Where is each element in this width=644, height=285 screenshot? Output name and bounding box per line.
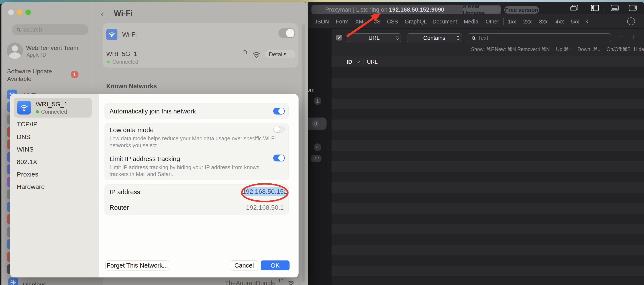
window-zoom-button[interactable]: [26, 10, 31, 15]
shortcut-new: New: ⌘N: [495, 47, 516, 52]
tab-other[interactable]: Other: [486, 19, 499, 25]
wifi-details-dialog: WRI_5G_1 Connected TCP/IP DNS WINS 802.1…: [10, 94, 298, 277]
filter-tabs-bar: JSON Form XML JS CSS GraphQL Document Me…: [308, 14, 644, 29]
wifi-toggle[interactable]: [278, 28, 295, 38]
sidebar-item-software-update[interactable]: Software Update Available: [7, 68, 53, 83]
sidebar-count-badge: 1: [314, 97, 321, 105]
tab-css[interactable]: CSS: [387, 19, 398, 25]
avatar[interactable]: [7, 42, 23, 59]
filter-row: ✓ URL Contains − + Show: ⌘F New: ⌘N Remo…: [331, 29, 644, 57]
auto-join-card: Automatically join this network: [104, 103, 289, 119]
column-header-url[interactable]: URL: [367, 59, 378, 65]
scrollbar[interactable]: [302, 24, 305, 282]
titlebar-separator: [622, 8, 622, 14]
filter-field-select[interactable]: URL: [347, 33, 401, 42]
tabs-collapse-chevron-icon[interactable]: ‹: [586, 17, 588, 25]
add-filter-button[interactable]: +: [632, 32, 636, 42]
shortcut-hide: Hide: [634, 47, 644, 52]
router-label: Router: [110, 204, 129, 211]
limit-ip-toggle[interactable]: [273, 155, 285, 161]
selected-network-name: WRI_5G_1: [36, 101, 68, 108]
displays-sidebar-icon[interactable]: [8, 277, 18, 285]
tab-graphql[interactable]: GraphQL: [405, 19, 427, 25]
tab-js[interactable]: JS: [374, 19, 380, 25]
window-minimize-button[interactable]: [17, 10, 22, 15]
filter-text-field[interactable]: [468, 33, 611, 42]
known-network-name[interactable]: TheAnuragDongle: [225, 279, 276, 285]
toggle-right-sidebar-icon[interactable]: [628, 4, 638, 12]
sidebar-item-displays[interactable]: Displays: [22, 281, 46, 285]
dialog-nav-hardware[interactable]: Hardware: [17, 183, 45, 190]
more-filters-icon[interactable]: ···: [627, 18, 635, 25]
updates-badge[interactable]: 3 New Updates: [463, 6, 501, 14]
tab-form[interactable]: Form: [336, 19, 348, 25]
tab-document[interactable]: Document: [432, 19, 457, 25]
remove-filter-button[interactable]: −: [619, 32, 624, 42]
search-icon: [472, 36, 475, 40]
low-data-mode-toggle[interactable]: [273, 126, 285, 133]
dialog-sidebar-selected-network[interactable]: WRI_5G_1 Connected: [14, 98, 92, 118]
sidebar-content-divider[interactable]: [331, 29, 332, 285]
settings-search-input[interactable]: [23, 26, 79, 33]
connected-status-label: Connected: [41, 109, 67, 115]
filter-operator-select[interactable]: Contains: [407, 33, 462, 42]
tab-4xx[interactable]: 4xx: [556, 19, 564, 25]
known-networks-card-partial: TheAnuragDongle: [102, 276, 298, 285]
apple-id-name[interactable]: WebReinvent Team: [26, 45, 78, 52]
free-version-badge[interactable]: Free version: [504, 6, 539, 14]
sort-chevron-down-icon[interactable]: [357, 60, 360, 63]
dialog-nav-dns[interactable]: DNS: [17, 133, 30, 141]
titlebar-separator: [604, 8, 604, 14]
dialog-nav-8021x[interactable]: 802.1X: [17, 158, 37, 166]
apple-id-subtitle: Apple ID: [26, 52, 46, 58]
toggle-left-sidebar-icon[interactable]: [590, 4, 600, 12]
proxyman-sidebar[interactable]: om 1 0 4 22: [308, 29, 331, 285]
shortcut-remove: Remove:⇧⌘N: [517, 47, 550, 52]
wifi-main-card: Wi-Fi WRI_5G_1 Connected Details...: [102, 23, 298, 68]
dialog-nav-proxies[interactable]: Proxies: [17, 171, 38, 178]
toggle-bottom-panel-icon[interactable]: [610, 4, 620, 12]
settings-search-field[interactable]: [12, 24, 88, 35]
details-button[interactable]: Details...: [265, 50, 295, 59]
sidebar-selected-row[interactable]: 0: [308, 118, 326, 130]
traffic-table-rows[interactable]: [332, 67, 644, 285]
column-header-id[interactable]: ID: [347, 59, 352, 65]
wifi-icon: [106, 29, 118, 40]
tab-1xx[interactable]: 1xx: [508, 19, 516, 25]
shortcut-down: Down: ⌘↓: [578, 47, 600, 52]
window-close-button[interactable]: [8, 10, 14, 15]
card-divider: [110, 151, 284, 151]
tab-media[interactable]: Media: [464, 19, 478, 25]
proxyman-title-prefix: Proxyman | Listening on: [325, 7, 389, 13]
data-mode-card: Low data mode Low data mode helps reduce…: [104, 123, 289, 180]
shortcut-show: Show: ⌘F: [471, 47, 494, 52]
ip-address-value[interactable]: 192.168.50.152: [244, 187, 286, 196]
wifi-signal-icon: [252, 50, 261, 59]
dialog-nav-wins[interactable]: WINS: [17, 146, 34, 153]
cancel-button[interactable]: Cancel: [230, 260, 258, 270]
ok-button[interactable]: OK: [261, 260, 290, 270]
column-separator[interactable]: [364, 59, 364, 65]
wifi-signal-icon: [286, 279, 295, 285]
proxyman-window: Proxyman | Listening on 192.168.50.152:9…: [308, 2, 644, 285]
tab-xml[interactable]: XML: [355, 19, 366, 25]
forget-network-button[interactable]: Forget This Network...: [106, 260, 169, 270]
card-divider: [110, 200, 284, 200]
ip-card: IP address 192.168.50.152 Router 192.168…: [104, 184, 289, 215]
low-data-desc-line1: Low data mode helps reduce your Mac data…: [110, 135, 276, 142]
tab-3xx[interactable]: 3xx: [539, 19, 548, 25]
dialog-nav-tcpip[interactable]: TCP/IP: [17, 121, 38, 128]
tab-json[interactable]: JSON: [315, 19, 329, 25]
proxyman-titlebar[interactable]: Proxyman | Listening on 192.168.50.152:9…: [308, 2, 644, 14]
new-window-icon[interactable]: [570, 4, 579, 12]
filter-enabled-checkbox[interactable]: ✓: [336, 35, 342, 41]
back-chevron-icon[interactable]: ‹: [101, 9, 104, 19]
connected-network-name: WRI_5G_1: [106, 50, 137, 58]
proxyman-listening-address: 192.168.50.152:9090: [389, 7, 444, 13]
auto-join-toggle[interactable]: [273, 108, 285, 115]
tab-5xx[interactable]: 5xx: [571, 19, 579, 25]
tab-2xx[interactable]: 2xx: [523, 19, 532, 25]
filter-text-input[interactable]: [478, 35, 598, 41]
traffic-table-header[interactable]: ID URL: [331, 56, 644, 67]
select-stepper-icon: [457, 36, 459, 40]
